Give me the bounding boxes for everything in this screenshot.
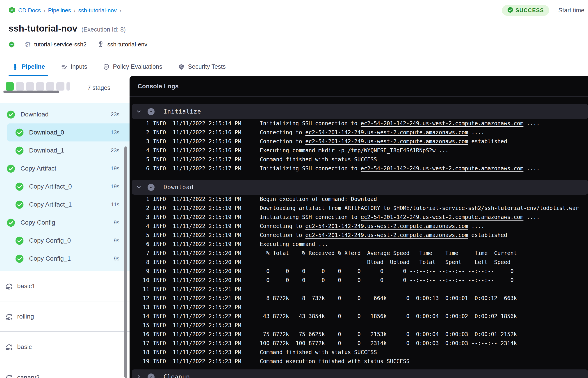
stage-duration: 23s <box>111 147 120 154</box>
success-check-icon <box>15 201 24 209</box>
log-line: 19INFO11/11/2022 2:15:23 PMCommand execu… <box>130 357 588 366</box>
page-header: ∞ CD Docs›Pipelines›ssh-tutorial-nov› SU… <box>0 0 588 76</box>
stage-row-basic[interactable]: basic <box>0 332 130 362</box>
tab-inputs[interactable]: Inputs <box>61 63 87 76</box>
success-check-icon <box>7 218 15 227</box>
stage-row-copy-config_1[interactable]: Copy Config_19s <box>0 250 130 268</box>
section-name: Cleanup <box>163 374 190 378</box>
log-message: Command finished with status SUCCESS <box>260 349 377 355</box>
breadcrumb-link[interactable]: CD Docs <box>18 7 41 14</box>
stage-row-download_1[interactable]: Download_123s <box>0 141 130 160</box>
stage-progress-square <box>67 82 70 91</box>
log-level: INFO <box>153 165 167 172</box>
log-section-header-initialize[interactable]: Initialize <box>132 104 588 119</box>
log-timestamp: 11/11/2022 2:15:23 PM <box>173 358 242 364</box>
host-link[interactable]: ec2-54-201-142-249.us-west-2.compute.ama… <box>361 165 523 172</box>
tab-pipeline[interactable]: Pipeline <box>12 63 45 76</box>
stage-row-copy-config[interactable]: Copy Config9s <box>0 214 130 231</box>
stage-label: Copy Config <box>21 219 55 226</box>
policy-shield-icon <box>103 64 110 70</box>
log-line-number: 3 <box>130 214 149 220</box>
stage-row-download[interactable]: Download23s <box>0 106 130 123</box>
log-line-number: 15 <box>130 322 149 328</box>
log-timestamp: 11/11/2022 2:15:23 PM <box>173 340 242 347</box>
stage-label: Download_0 <box>29 129 64 136</box>
section-name: Initialize <box>163 108 201 115</box>
stage-row-basic1[interactable]: basic1 <box>0 271 130 301</box>
stage-row-rolling[interactable]: rolling <box>0 301 130 332</box>
extra-stage-list: basic1rollingbasiccanary2 <box>0 271 130 378</box>
log-level: INFO <box>153 156 167 163</box>
log-message: Connection to ec2-54-201-142-249.us-west… <box>260 138 507 145</box>
console-title: Console Logs <box>138 83 179 90</box>
log-line-number: 18 <box>130 349 149 355</box>
stage-row-canary2[interactable]: canary2 <box>0 362 130 378</box>
section-success-check-icon <box>147 374 155 378</box>
log-line: 1INFO11/11/2022 2:15:18 PMBegin executio… <box>130 195 588 204</box>
chevron-right-icon[interactable] <box>136 374 142 378</box>
log-line: 13INFO11/11/2022 2:15:22 PM <box>130 303 588 312</box>
log-line: 11INFO11/11/2022 2:15:21 PM <box>130 285 588 294</box>
log-timestamp: 11/11/2022 2:15:21 PM <box>173 295 242 301</box>
stage-duration: 19s <box>111 183 120 190</box>
log-line-number: 2 <box>130 205 149 211</box>
log-line-number: 5 <box>130 232 149 238</box>
log-message: Connecting to ec2-54-201-142-249.us-west… <box>260 223 484 229</box>
log-level: INFO <box>153 277 167 284</box>
stage-label: rolling <box>17 313 34 320</box>
service-name[interactable]: tutorial-service-ssh2 <box>34 41 87 48</box>
log-timestamp: 11/11/2022 2:15:20 PM <box>173 268 242 274</box>
stage-progress-scrollbar[interactable] <box>3 91 59 93</box>
stage-row-copy-config_0[interactable]: Copy Config_09s <box>0 231 130 250</box>
log-message: Connection to ec2-54-201-142-249.us-west… <box>260 232 507 238</box>
log-section-header-download[interactable]: Download <box>132 180 588 195</box>
stage-row-copy-artifact[interactable]: Copy Artifact19s <box>0 160 130 177</box>
stage-row-download_0[interactable]: Download_013s <box>7 123 130 141</box>
log-line-number: 8 <box>130 259 149 265</box>
log-timestamp: 11/11/2022 2:15:23 PM <box>173 331 242 338</box>
section-success-check-icon <box>147 184 155 191</box>
stage-duration: 11s <box>111 201 120 208</box>
log-timestamp: 11/11/2022 2:15:19 PM <box>173 223 242 229</box>
log-message: 8 8772k 8 737k 0 0 664k 0 0:00:13 0:00:0… <box>260 295 517 301</box>
log-line: 6INFO11/11/2022 2:15:19 PMExecuting comm… <box>130 240 588 249</box>
log-line-number: 17 <box>130 340 149 347</box>
log-timestamp: 11/11/2022 2:15:14 PM <box>173 120 242 127</box>
log-line: 10INFO11/11/2022 2:15:20 PM 0 0 0 0 0 0 … <box>130 276 588 285</box>
log-level: INFO <box>153 147 167 154</box>
breadcrumb-link[interactable]: ssh-tutorial-nov <box>78 7 117 14</box>
host-link[interactable]: ec2-54-201-142-249.us-west-2.compute.ama… <box>305 129 468 135</box>
sidebar-scrollbar[interactable] <box>124 147 127 378</box>
tab-policy-evaluations[interactable]: Policy Evaluations <box>103 63 162 76</box>
chevron-down-icon[interactable] <box>136 184 142 190</box>
host-link[interactable]: ec2-54-201-142-249.us-west-2.compute.ama… <box>305 223 468 229</box>
log-line: 17INFO11/11/2022 2:15:23 PM100 8772k 100… <box>130 339 588 348</box>
log-line-number: 6 <box>130 165 149 172</box>
log-line-number: 13 <box>130 304 149 310</box>
tab-label: Inputs <box>71 63 87 70</box>
breadcrumb-separator-icon: › <box>120 7 121 14</box>
host-link[interactable]: ec2-54-201-142-249.us-west-2.compute.ama… <box>361 120 523 127</box>
breadcrumb-link[interactable]: Pipelines <box>48 7 71 14</box>
success-check-icon <box>15 128 24 137</box>
host-link[interactable]: ec2-54-201-142-249.us-west-2.compute.ama… <box>305 232 468 238</box>
host-link[interactable]: ec2-54-201-142-249.us-west-2.compute.ama… <box>305 138 468 145</box>
log-timestamp: 11/11/2022 2:15:23 PM <box>173 349 242 355</box>
stage-row-copy-artifact_0[interactable]: Copy Artifact_019s <box>0 177 130 196</box>
section-name: Download <box>163 184 194 190</box>
log-line-number: 9 <box>130 268 149 274</box>
environment-name[interactable]: ssh-tutorial-env <box>107 41 147 48</box>
chevron-down-icon[interactable] <box>136 108 142 114</box>
log-line: 14INFO11/11/2022 2:15:22 PM 43 8772k 43 … <box>130 312 588 321</box>
stage-row-copy-artifact_1[interactable]: Copy Artifact_111s <box>0 196 130 214</box>
tab-security-tests[interactable]: Security Tests <box>178 63 226 76</box>
host-link[interactable]: ec2-54-201-142-249.us-west-2.compute.ama… <box>361 214 523 220</box>
log-line: 16INFO11/11/2022 2:15:23 PM 75 8772k 75 … <box>130 330 588 339</box>
log-section-header-cleanup[interactable]: Cleanup <box>132 369 588 378</box>
log-level: INFO <box>153 250 167 256</box>
log-level: INFO <box>153 214 167 220</box>
stage-list: Download23sDownload_013sDownload_123sCop… <box>0 103 130 271</box>
log-message: Command execution finished with status S… <box>260 358 410 364</box>
environment-icon <box>97 41 104 48</box>
log-message: Dload Upload Total Spent Left Speed <box>260 259 510 265</box>
